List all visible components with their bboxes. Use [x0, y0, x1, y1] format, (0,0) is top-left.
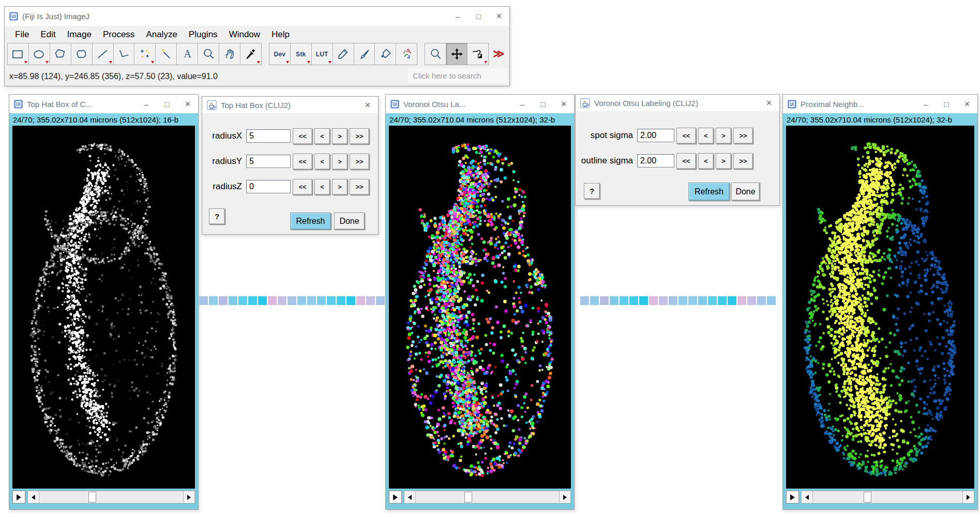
- close-icon[interactable]: ×: [489, 7, 509, 26]
- param-input[interactable]: 0: [246, 180, 291, 193]
- search-box[interactable]: Click here to search: [408, 68, 507, 83]
- main-titlebar[interactable]: (Fiji Is Just) ImageJ – □ ×: [5, 7, 509, 26]
- color-picker-tool[interactable]: [240, 43, 262, 65]
- menu-item-help[interactable]: Help: [266, 29, 295, 40]
- step-up-button[interactable]: >: [716, 128, 731, 144]
- zoom-tool[interactable]: [198, 43, 219, 65]
- text-tool[interactable]: A: [176, 43, 198, 65]
- step-fast-up-button[interactable]: >>: [733, 128, 753, 144]
- move-tool[interactable]: [446, 43, 468, 65]
- step-down-button[interactable]: <: [698, 128, 714, 144]
- titlebar[interactable]: Voronoi Otsu Labeling (CLIJ2) ×: [576, 95, 779, 111]
- polygon-tool[interactable]: [50, 43, 71, 65]
- play-button[interactable]: [12, 491, 25, 504]
- close-icon[interactable]: ×: [759, 95, 779, 111]
- play-button[interactable]: [389, 491, 402, 504]
- scrolling-tool[interactable]: [467, 43, 489, 65]
- scrollbar-thumb[interactable]: [864, 492, 871, 503]
- step-up-button[interactable]: >: [332, 128, 348, 144]
- slice-scrollbar[interactable]: [404, 491, 571, 504]
- menu-item-edit[interactable]: Edit: [35, 29, 61, 40]
- line-tool[interactable]: [92, 43, 114, 65]
- wand-tool[interactable]: [155, 43, 177, 65]
- scroll-left-button[interactable]: [802, 491, 813, 503]
- step-fast-down-button[interactable]: <<: [293, 128, 312, 144]
- step-fast-down-button[interactable]: <<: [676, 128, 696, 144]
- titlebar[interactable]: Voronoi Otsu La... – □ ×: [386, 95, 574, 113]
- hand-tool[interactable]: [219, 43, 240, 65]
- menu-item-process[interactable]: Process: [97, 29, 140, 40]
- step-down-button[interactable]: <: [314, 128, 330, 144]
- image-canvas[interactable]: [12, 126, 195, 489]
- param-input[interactable]: 2.00: [637, 154, 674, 168]
- param-input[interactable]: 5: [246, 129, 291, 143]
- scrollbar-track[interactable]: [416, 491, 559, 503]
- slice-scrollbar[interactable]: [801, 491, 974, 504]
- help-button[interactable]: ?: [584, 183, 600, 199]
- paintbrush-tool[interactable]: [354, 43, 375, 65]
- step-up-button[interactable]: >: [716, 153, 731, 169]
- step-fast-up-button[interactable]: >>: [733, 153, 753, 169]
- play-button[interactable]: [786, 491, 799, 504]
- freehand-tool[interactable]: [71, 43, 93, 65]
- scroll-left-button[interactable]: [28, 491, 39, 503]
- step-fast-down-button[interactable]: <<: [676, 153, 696, 169]
- menu-item-window[interactable]: Window: [223, 29, 266, 40]
- close-icon[interactable]: ×: [357, 97, 378, 113]
- step-fast-up-button[interactable]: >>: [350, 154, 369, 170]
- slice-scrollbar[interactable]: [27, 491, 195, 504]
- refresh-button[interactable]: Refresh: [290, 212, 331, 230]
- menu-item-analyze[interactable]: Analyze: [140, 29, 183, 40]
- step-up-button[interactable]: >: [332, 179, 348, 195]
- minimize-icon[interactable]: –: [512, 95, 533, 113]
- spray-macro-tool[interactable]: [396, 43, 417, 65]
- menu-item-file[interactable]: File: [9, 29, 35, 40]
- step-fast-down-button[interactable]: <<: [293, 154, 312, 170]
- scrollbar-thumb[interactable]: [464, 492, 472, 503]
- point-tool[interactable]: [134, 43, 156, 65]
- dev-scripts-tool[interactable]: Dev: [269, 43, 291, 65]
- magnifier-tool[interactable]: [425, 43, 446, 65]
- oval-tool[interactable]: [28, 43, 50, 65]
- scroll-right-button[interactable]: [183, 491, 194, 503]
- pencil-tool[interactable]: [333, 43, 354, 65]
- step-fast-down-button[interactable]: <<: [293, 179, 312, 195]
- titlebar[interactable]: Top Hat Box (CLIJ2) ×: [202, 97, 378, 113]
- menu-item-image[interactable]: Image: [62, 29, 97, 40]
- maximize-icon[interactable]: □: [468, 7, 489, 26]
- minimize-icon[interactable]: –: [447, 7, 468, 26]
- scroll-right-button[interactable]: [559, 491, 570, 503]
- help-button[interactable]: ?: [209, 208, 225, 224]
- titlebar[interactable]: Proximal Neighb... – □ ×: [783, 95, 977, 113]
- lut-tool[interactable]: LUT: [311, 43, 333, 65]
- scrollbar-track[interactable]: [39, 491, 183, 503]
- step-down-button[interactable]: <: [698, 153, 714, 169]
- image-canvas[interactable]: [786, 126, 974, 489]
- scrollbar-track[interactable]: [813, 491, 962, 503]
- param-input[interactable]: 2.00: [637, 129, 674, 142]
- close-icon[interactable]: ×: [553, 95, 574, 113]
- close-icon[interactable]: ×: [177, 95, 198, 113]
- step-down-button[interactable]: <: [314, 154, 330, 170]
- image-canvas[interactable]: [389, 126, 571, 489]
- menu-item-plugins[interactable]: Plugins: [183, 29, 223, 40]
- maximize-icon[interactable]: □: [533, 95, 553, 113]
- param-input[interactable]: 5: [246, 155, 291, 168]
- refresh-button[interactable]: Refresh: [688, 183, 730, 201]
- scrollbar-thumb[interactable]: [88, 492, 96, 503]
- titlebar[interactable]: Top Hat Box of C... – □ ×: [9, 95, 198, 113]
- done-button[interactable]: Done: [731, 183, 760, 201]
- step-fast-up-button[interactable]: >>: [350, 128, 369, 144]
- rectangle-tool[interactable]: [7, 43, 29, 65]
- angle-tool[interactable]: [113, 43, 135, 65]
- maximize-icon[interactable]: □: [157, 95, 177, 113]
- scroll-right-button[interactable]: [962, 491, 974, 503]
- maximize-icon[interactable]: □: [936, 95, 957, 113]
- scroll-left-button[interactable]: [404, 491, 416, 503]
- done-button[interactable]: Done: [334, 212, 365, 230]
- stack-tool[interactable]: Stk: [290, 43, 312, 65]
- close-icon[interactable]: ×: [957, 95, 977, 113]
- minimize-icon[interactable]: –: [915, 95, 936, 113]
- step-down-button[interactable]: <: [314, 179, 330, 195]
- step-fast-up-button[interactable]: >>: [350, 179, 369, 195]
